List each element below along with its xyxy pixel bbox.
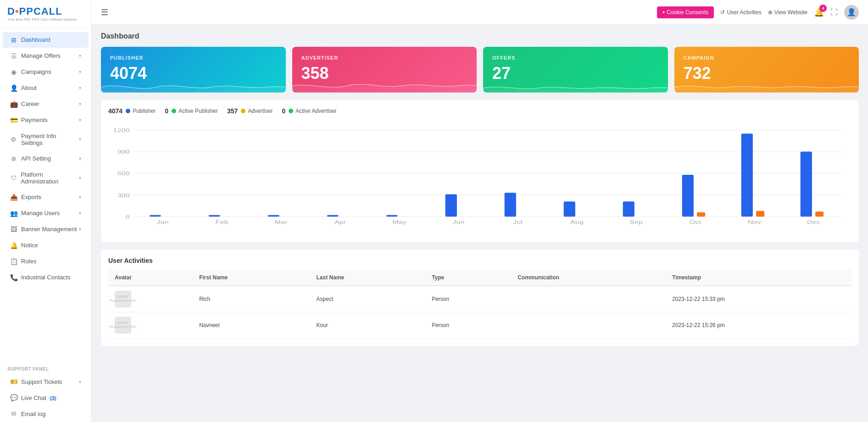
nav-icon-live-chat: 💬 (10, 394, 17, 401)
main-area: ☰ Cookie Consents ↺ User Activities ⊕ Vi… (92, 0, 868, 422)
nav-icon-rules: 📋 (10, 258, 17, 265)
chevron-icon: ▾ (79, 227, 81, 232)
support-nav: 🎫 Support Tickets ▾ 💬 Live Chat (3) ✉ Em… (0, 373, 91, 422)
sidebar-item-career[interactable]: 💼 Career ▾ (3, 96, 89, 112)
nav-icon-platform-admin: 🛡 (10, 174, 17, 182)
nav-item-left: 🛡 Platform Administration (10, 171, 79, 185)
sidebar-item-exports[interactable]: 📤 Exports ▾ (3, 189, 89, 205)
legend-label-active-publisher: Active Publisher (178, 108, 218, 114)
sidebar-item-industrial-contacts[interactable]: 📞 Industrial Contacts (3, 270, 89, 285)
nav-icon-campaigns: ◉ (10, 68, 17, 76)
fullscreen-icon[interactable]: ⛶ (830, 8, 838, 17)
avatar-placeholder: IMAGEPLACEHOLDER (115, 317, 131, 333)
legend-label-advertiser: Advertiser (248, 108, 273, 114)
nav-item-left: 👤 About (10, 84, 37, 92)
topbar: ☰ Cookie Consents ↺ User Activities ⊕ Vi… (92, 0, 868, 25)
bar-blue-Dec (801, 152, 812, 217)
bar-orange-Dec (815, 211, 823, 217)
sidebar-item-email-log[interactable]: ✉ Email log (3, 406, 89, 422)
nav-icon-payments: 💳 (10, 117, 17, 124)
nav-item-left: 🎫 Support Tickets (10, 378, 62, 385)
bar-blue-Jan (150, 215, 161, 217)
sidebar-item-support-tickets[interactable]: 🎫 Support Tickets ▾ (3, 374, 89, 389)
sidebar-item-live-chat[interactable]: 💬 Live Chat (3) (3, 390, 89, 405)
topbar-left: ☰ (101, 7, 108, 17)
sidebar-item-notice[interactable]: 🔔 Notice (3, 238, 89, 253)
col-header-last-name: Last Name (310, 270, 426, 286)
chevron-icon: ▾ (79, 69, 81, 74)
nav-label-manage-offers: Manage Offers (21, 52, 61, 59)
nav-item-left: ⚙ Payment Info Settings (10, 133, 79, 146)
bar-blue-Jul (505, 193, 516, 217)
nav-label-rules: Rules (21, 258, 36, 265)
x-label-May: May (392, 220, 406, 225)
legend-item-publisher: 4074 Publisher (108, 107, 156, 115)
sidebar-item-about[interactable]: 👤 About ▾ (3, 80, 89, 96)
nav-icon-support-tickets: 🎫 (10, 378, 17, 385)
avatar-placeholder: IMAGEPLACEHOLDER (115, 291, 131, 307)
nav-icon-notice: 🔔 (10, 242, 17, 249)
sidebar-item-rules[interactable]: 📋 Rules (3, 254, 89, 269)
user-activities-link[interactable]: ↺ User Activities (720, 9, 761, 16)
sidebar-item-platform-admin[interactable]: 🛡 Platform Administration ▾ (3, 167, 89, 189)
sidebar-item-dashboard[interactable]: ⊞ Dashboard (3, 32, 89, 48)
col-header-first-name: First Name (193, 270, 310, 286)
legend-item-active-publisher: 0 Active Publisher (165, 107, 218, 115)
nav-item-left: 👥 Manage Users (10, 210, 60, 217)
stat-card-publisher: PUBLISHER 4074 (101, 47, 286, 93)
nav-label-career: Career (21, 100, 39, 107)
bar-blue-Apr (327, 215, 339, 217)
chevron-icon: ▾ (79, 379, 81, 384)
nav-item-left: 📞 Industrial Contacts (10, 274, 71, 281)
stat-wave-publisher (101, 74, 286, 93)
bar-blue-Aug (564, 201, 575, 217)
cell-communication-1 (511, 312, 666, 339)
bar-blue-May (386, 215, 398, 217)
cookie-consents-button[interactable]: Cookie Consents (657, 6, 714, 18)
nav-icon-exports: 📤 (10, 194, 17, 201)
sidebar-item-banner-management[interactable]: 🖼 Banner Management ▾ (3, 222, 89, 237)
bar-blue-Feb (209, 215, 220, 217)
nav-label-platform-admin: Platform Administration (21, 171, 79, 185)
bar-blue-Sep (623, 201, 634, 217)
nav-label-support-tickets: Support Tickets (21, 378, 62, 385)
chevron-icon: ▾ (79, 137, 81, 142)
nav-icon-payment-info: ⚙ (10, 136, 17, 143)
sidebar-item-manage-users[interactable]: 👥 Manage Users ▾ (3, 205, 89, 221)
logo[interactable]: D•PPCALL (7, 6, 62, 17)
hamburger-icon[interactable]: ☰ (101, 7, 108, 17)
sidebar-item-api-setting[interactable]: ⊕ API Setting ▾ (3, 151, 89, 167)
view-website-link[interactable]: ⊕ View Website (768, 9, 807, 16)
col-header-type: Type (425, 270, 511, 286)
sidebar-item-payments[interactable]: 💳 Payments ▾ (3, 112, 89, 128)
legend-dot-active-publisher (172, 109, 176, 113)
table-row: IMAGEPLACEHOLDERNavneetKourPerson2023-12… (108, 312, 851, 339)
chevron-icon: ▾ (79, 175, 81, 180)
cell-last_name-0: Aspect (310, 286, 426, 312)
legend-count-active-advertiser: 0 (282, 107, 285, 115)
y-label-600: 600 (117, 171, 130, 176)
page-title: Dashboard (101, 32, 859, 40)
bar-blue-Jun (445, 194, 457, 217)
sidebar: D•PPCALL Your Best PAY PER CALL Affiliat… (0, 0, 92, 422)
topbar-right: Cookie Consents ↺ User Activities ⊕ View… (657, 5, 859, 20)
logo-dot: • (15, 6, 19, 17)
nav-label-banner-management: Banner Management (21, 226, 77, 233)
notification-bell[interactable]: 🔔 4 (814, 7, 824, 17)
chevron-icon: ▾ (79, 85, 81, 90)
user-activities-section: User Activities AvatarFirst NameLast Nam… (101, 250, 859, 346)
nav-label-exports: Exports (21, 194, 41, 200)
nav-label-about: About (21, 84, 37, 91)
x-label-Aug: Aug (570, 220, 584, 225)
cell-communication-0 (511, 286, 666, 312)
sidebar-item-manage-offers[interactable]: ☰ Manage Offers ▾ (3, 48, 89, 64)
sidebar-item-payment-info[interactable]: ⚙ Payment Info Settings ▾ (3, 128, 89, 150)
table-body: IMAGEPLACEHOLDERRichAspectPerson2023-12-… (108, 286, 851, 339)
live-chat-badge: (3) (48, 395, 58, 401)
nav-icon-banner-management: 🖼 (10, 226, 17, 233)
sidebar-item-campaigns[interactable]: ◉ Campaigns ▾ (3, 64, 89, 80)
nav-item-left: 💳 Payments (10, 117, 48, 124)
x-label-Dec: Dec (807, 220, 820, 225)
avatar[interactable]: 👤 (844, 5, 859, 20)
chevron-icon: ▾ (79, 211, 81, 216)
